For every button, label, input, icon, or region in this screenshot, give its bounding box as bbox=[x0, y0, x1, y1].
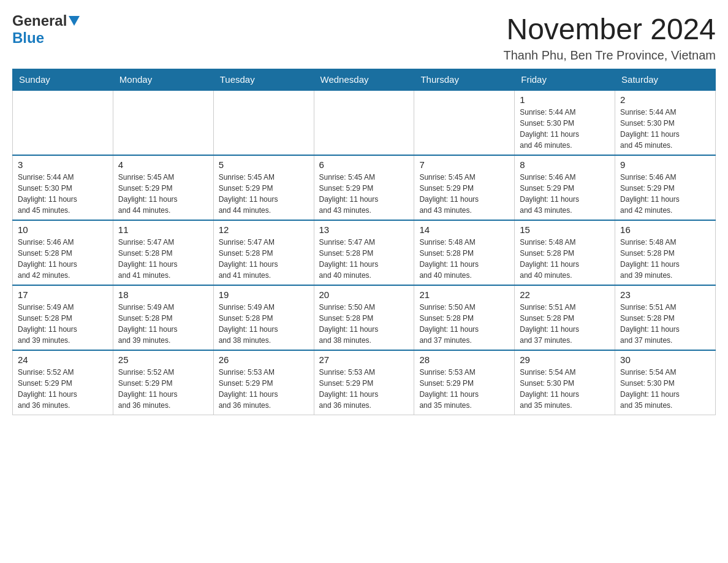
day-info: Sunrise: 5:48 AM Sunset: 5:28 PM Dayligh… bbox=[520, 237, 610, 281]
day-info: Sunrise: 5:48 AM Sunset: 5:28 PM Dayligh… bbox=[419, 237, 509, 281]
day-number: 26 bbox=[219, 354, 309, 365]
calendar-cell: 24Sunrise: 5:52 AM Sunset: 5:29 PM Dayli… bbox=[13, 350, 113, 415]
calendar-cell: 4Sunrise: 5:45 AM Sunset: 5:29 PM Daylig… bbox=[113, 155, 213, 220]
day-info: Sunrise: 5:47 AM Sunset: 5:28 PM Dayligh… bbox=[219, 237, 309, 281]
day-info: Sunrise: 5:45 AM Sunset: 5:29 PM Dayligh… bbox=[419, 172, 509, 216]
day-info: Sunrise: 5:45 AM Sunset: 5:29 PM Dayligh… bbox=[219, 172, 309, 216]
calendar-header-thursday: Thursday bbox=[414, 69, 515, 91]
week-row-3: 10Sunrise: 5:46 AM Sunset: 5:28 PM Dayli… bbox=[13, 220, 716, 285]
day-number: 3 bbox=[18, 159, 108, 170]
calendar-cell bbox=[314, 90, 414, 155]
day-number: 23 bbox=[620, 289, 710, 300]
day-number: 13 bbox=[319, 224, 409, 235]
calendar-cell: 29Sunrise: 5:54 AM Sunset: 5:30 PM Dayli… bbox=[515, 350, 615, 415]
location-title: Thanh Phu, Ben Tre Province, Vietnam bbox=[504, 48, 716, 63]
calendar-cell: 23Sunrise: 5:51 AM Sunset: 5:28 PM Dayli… bbox=[615, 285, 716, 350]
page-header: General Blue November 2024 Thanh Phu, Be… bbox=[12, 12, 716, 63]
day-number: 28 bbox=[419, 354, 509, 365]
calendar-cell: 3Sunrise: 5:44 AM Sunset: 5:30 PM Daylig… bbox=[13, 155, 113, 220]
title-block: November 2024 Thanh Phu, Ben Tre Provinc… bbox=[504, 12, 716, 63]
calendar-header-wednesday: Wednesday bbox=[314, 69, 414, 91]
day-number: 2 bbox=[620, 94, 710, 105]
day-number: 20 bbox=[319, 289, 409, 300]
day-info: Sunrise: 5:54 AM Sunset: 5:30 PM Dayligh… bbox=[620, 367, 710, 411]
svg-marker-0 bbox=[69, 16, 80, 26]
calendar-cell: 17Sunrise: 5:49 AM Sunset: 5:28 PM Dayli… bbox=[13, 285, 113, 350]
calendar-header-tuesday: Tuesday bbox=[213, 69, 314, 91]
day-info: Sunrise: 5:45 AM Sunset: 5:29 PM Dayligh… bbox=[118, 172, 208, 216]
day-info: Sunrise: 5:49 AM Sunset: 5:28 PM Dayligh… bbox=[18, 302, 108, 346]
day-info: Sunrise: 5:51 AM Sunset: 5:28 PM Dayligh… bbox=[520, 302, 610, 346]
month-title: November 2024 bbox=[504, 12, 716, 46]
calendar-cell: 22Sunrise: 5:51 AM Sunset: 5:28 PM Dayli… bbox=[515, 285, 615, 350]
week-row-2: 3Sunrise: 5:44 AM Sunset: 5:30 PM Daylig… bbox=[13, 155, 716, 220]
logo-blue-text: Blue bbox=[12, 29, 44, 46]
day-info: Sunrise: 5:47 AM Sunset: 5:28 PM Dayligh… bbox=[319, 237, 409, 281]
calendar-cell: 13Sunrise: 5:47 AM Sunset: 5:28 PM Dayli… bbox=[314, 220, 414, 285]
calendar-cell bbox=[213, 90, 314, 155]
week-row-1: 1Sunrise: 5:44 AM Sunset: 5:30 PM Daylig… bbox=[13, 90, 716, 155]
calendar-cell: 20Sunrise: 5:50 AM Sunset: 5:28 PM Dayli… bbox=[314, 285, 414, 350]
calendar-cell: 2Sunrise: 5:44 AM Sunset: 5:30 PM Daylig… bbox=[615, 90, 716, 155]
day-info: Sunrise: 5:46 AM Sunset: 5:29 PM Dayligh… bbox=[620, 172, 710, 216]
day-number: 6 bbox=[319, 159, 409, 170]
calendar-cell: 28Sunrise: 5:53 AM Sunset: 5:29 PM Dayli… bbox=[414, 350, 515, 415]
day-number: 15 bbox=[520, 224, 610, 235]
calendar-cell: 14Sunrise: 5:48 AM Sunset: 5:28 PM Dayli… bbox=[414, 220, 515, 285]
day-number: 16 bbox=[620, 224, 710, 235]
calendar-cell: 21Sunrise: 5:50 AM Sunset: 5:28 PM Dayli… bbox=[414, 285, 515, 350]
calendar-header-row: SundayMondayTuesdayWednesdayThursdayFrid… bbox=[13, 69, 716, 91]
calendar-cell: 30Sunrise: 5:54 AM Sunset: 5:30 PM Dayli… bbox=[615, 350, 716, 415]
day-number: 27 bbox=[319, 354, 409, 365]
logo-triangle-icon bbox=[69, 16, 80, 28]
day-number: 1 bbox=[520, 94, 610, 105]
day-info: Sunrise: 5:48 AM Sunset: 5:28 PM Dayligh… bbox=[620, 237, 710, 281]
calendar-cell bbox=[414, 90, 515, 155]
week-row-4: 17Sunrise: 5:49 AM Sunset: 5:28 PM Dayli… bbox=[13, 285, 716, 350]
calendar-cell: 12Sunrise: 5:47 AM Sunset: 5:28 PM Dayli… bbox=[213, 220, 314, 285]
calendar-header-saturday: Saturday bbox=[615, 69, 716, 91]
day-info: Sunrise: 5:53 AM Sunset: 5:29 PM Dayligh… bbox=[319, 367, 409, 411]
week-row-5: 24Sunrise: 5:52 AM Sunset: 5:29 PM Dayli… bbox=[13, 350, 716, 415]
day-info: Sunrise: 5:53 AM Sunset: 5:29 PM Dayligh… bbox=[419, 367, 509, 411]
calendar-cell: 18Sunrise: 5:49 AM Sunset: 5:28 PM Dayli… bbox=[113, 285, 213, 350]
day-info: Sunrise: 5:54 AM Sunset: 5:30 PM Dayligh… bbox=[520, 367, 610, 411]
day-number: 8 bbox=[520, 159, 610, 170]
day-number: 9 bbox=[620, 159, 710, 170]
calendar-cell: 27Sunrise: 5:53 AM Sunset: 5:29 PM Dayli… bbox=[314, 350, 414, 415]
day-number: 22 bbox=[520, 289, 610, 300]
calendar-cell: 9Sunrise: 5:46 AM Sunset: 5:29 PM Daylig… bbox=[615, 155, 716, 220]
day-info: Sunrise: 5:46 AM Sunset: 5:28 PM Dayligh… bbox=[18, 237, 108, 281]
day-number: 18 bbox=[118, 289, 208, 300]
day-info: Sunrise: 5:44 AM Sunset: 5:30 PM Dayligh… bbox=[620, 107, 710, 151]
logo: General Blue bbox=[12, 12, 80, 47]
calendar-cell: 8Sunrise: 5:46 AM Sunset: 5:29 PM Daylig… bbox=[515, 155, 615, 220]
calendar-header-friday: Friday bbox=[515, 69, 615, 91]
day-number: 11 bbox=[118, 224, 208, 235]
calendar-header-monday: Monday bbox=[113, 69, 213, 91]
day-number: 14 bbox=[419, 224, 509, 235]
day-number: 30 bbox=[620, 354, 710, 365]
day-info: Sunrise: 5:45 AM Sunset: 5:29 PM Dayligh… bbox=[319, 172, 409, 216]
day-number: 29 bbox=[520, 354, 610, 365]
calendar-cell: 19Sunrise: 5:49 AM Sunset: 5:28 PM Dayli… bbox=[213, 285, 314, 350]
day-info: Sunrise: 5:50 AM Sunset: 5:28 PM Dayligh… bbox=[319, 302, 409, 346]
calendar-header-sunday: Sunday bbox=[13, 69, 113, 91]
logo-general-text: General bbox=[12, 12, 67, 29]
day-number: 17 bbox=[18, 289, 108, 300]
calendar-cell: 11Sunrise: 5:47 AM Sunset: 5:28 PM Dayli… bbox=[113, 220, 213, 285]
day-info: Sunrise: 5:49 AM Sunset: 5:28 PM Dayligh… bbox=[219, 302, 309, 346]
calendar-table: SundayMondayTuesdayWednesdayThursdayFrid… bbox=[12, 69, 716, 415]
calendar-cell: 25Sunrise: 5:52 AM Sunset: 5:29 PM Dayli… bbox=[113, 350, 213, 415]
day-info: Sunrise: 5:53 AM Sunset: 5:29 PM Dayligh… bbox=[219, 367, 309, 411]
day-number: 24 bbox=[18, 354, 108, 365]
calendar-cell bbox=[13, 90, 113, 155]
calendar-cell bbox=[113, 90, 213, 155]
calendar-cell: 10Sunrise: 5:46 AM Sunset: 5:28 PM Dayli… bbox=[13, 220, 113, 285]
day-number: 10 bbox=[18, 224, 108, 235]
calendar-cell: 26Sunrise: 5:53 AM Sunset: 5:29 PM Dayli… bbox=[213, 350, 314, 415]
day-info: Sunrise: 5:44 AM Sunset: 5:30 PM Dayligh… bbox=[18, 172, 108, 216]
day-info: Sunrise: 5:44 AM Sunset: 5:30 PM Dayligh… bbox=[520, 107, 610, 151]
day-number: 25 bbox=[118, 354, 208, 365]
calendar-cell: 7Sunrise: 5:45 AM Sunset: 5:29 PM Daylig… bbox=[414, 155, 515, 220]
